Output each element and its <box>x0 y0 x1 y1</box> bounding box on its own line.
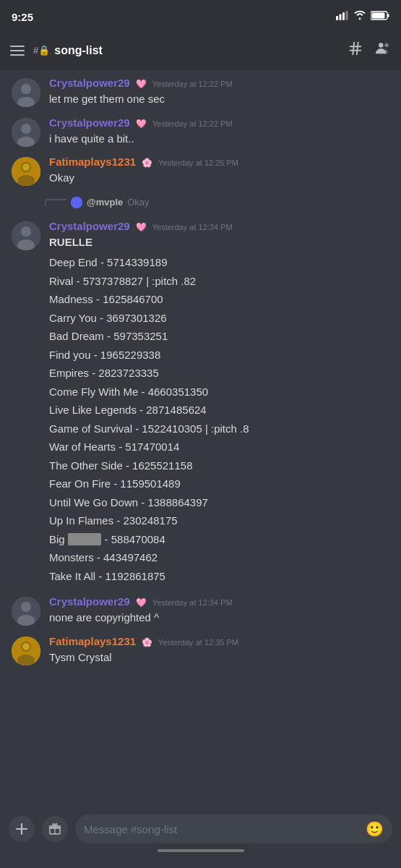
header-right <box>348 41 391 60</box>
reply-avatar <box>71 197 82 208</box>
channel-lock-icon: #🔒 <box>33 45 50 56</box>
username: Fatimaplays1231 <box>49 635 136 647</box>
list-item: The Other Side - 1625521158 <box>49 456 389 475</box>
channel-header: #🔒 song-list <box>0 32 401 69</box>
message-text: Okay <box>49 170 389 187</box>
avatar <box>12 78 40 107</box>
message-text: RUELLE Deep End - 5714339189 Rival - 573… <box>49 234 389 586</box>
username: Crystalpower29 <box>49 77 130 89</box>
status-icons <box>336 10 389 23</box>
svg-point-33 <box>22 643 30 650</box>
header-left: #🔒 song-list <box>10 44 103 57</box>
plus-button[interactable] <box>9 816 35 842</box>
avatar <box>12 221 40 250</box>
svg-line-10 <box>357 43 358 55</box>
list-item: Bad Dream - 597353251 <box>49 327 389 346</box>
list-item: Come Fly With Me - 4660351350 <box>49 383 389 401</box>
list-item: Live Like Legends - 2871485624 <box>49 401 389 420</box>
censored-word: ████ <box>68 533 102 545</box>
message-content: Fatimaplays1231 🌸 Yesterday at 12:35 PM … <box>49 635 389 666</box>
message-header: Fatimaplays1231 🌸 Yesterday at 12:35 PM <box>49 635 389 647</box>
message-inner: Crystalpower29 🩷 Yesterday at 12:34 PM R… <box>12 220 389 586</box>
user-badge: 🩷 <box>136 222 147 232</box>
list-item: Game of Survival - 1522410305 | :pitch .… <box>49 420 389 438</box>
gift-button[interactable] <box>42 816 68 842</box>
song-list-header: RUELLE <box>49 236 92 248</box>
timestamp: Yesterday at 12:35 PM <box>158 638 238 647</box>
message-input-wrap[interactable]: Message #song-list 🙂 <box>75 814 392 843</box>
svg-rect-3 <box>346 11 348 20</box>
message-text: Tysm Crystal <box>49 650 389 666</box>
list-item: Take It All - 1192861875 <box>49 567 389 586</box>
reply-username: @mvple <box>87 197 123 208</box>
username: Fatimaplays1231 <box>49 156 136 168</box>
message-group: Fatimaplays1231 🌸 Yesterday at 12:26 PM … <box>0 150 401 190</box>
list-item: Deep End - 5714339189 <box>49 253 389 272</box>
message-header: Fatimaplays1231 🌸 Yesterday at 12:26 PM <box>49 156 389 168</box>
members-icon[interactable] <box>375 41 391 60</box>
username: Crystalpower29 <box>49 220 130 232</box>
message-content: Fatimaplays1231 🌸 Yesterday at 12:26 PM … <box>49 156 389 187</box>
list-item: Until We Go Down - 1388864397 <box>49 493 389 512</box>
message-group: Crystalpower29 🩷 Yesterday at 12:22 PM i… <box>0 111 401 150</box>
list-item: Carry You - 3697301326 <box>49 309 389 328</box>
status-time: 9:25 <box>12 11 33 23</box>
list-item: Big ████ - 588470084 <box>49 530 389 549</box>
message-header: Crystalpower29 🩷 Yesterday at 12:34 PM <box>49 595 389 608</box>
home-indicator <box>158 849 244 852</box>
message-text: let me get them one sec <box>49 91 389 108</box>
message-content: Crystalpower29 🩷 Yesterday at 12:22 PM i… <box>49 116 389 148</box>
svg-point-11 <box>379 43 383 47</box>
message-input-placeholder[interactable]: Message #song-list <box>84 823 360 835</box>
list-item: Find you - 1965229338 <box>49 346 389 365</box>
username: Crystalpower29 <box>49 595 130 608</box>
user-badge: 🩷 <box>136 119 147 129</box>
svg-point-22 <box>22 163 30 171</box>
svg-point-17 <box>21 124 31 134</box>
message-content: Crystalpower29 🩷 Yesterday at 12:22 PM l… <box>49 77 389 108</box>
message-header: Crystalpower29 🩷 Yesterday at 12:22 PM <box>49 116 389 129</box>
list-item: Madness - 1625846700 <box>49 290 389 309</box>
message-group: @mvple Okay Crystalpower29 🩷 Yesterday a… <box>0 190 401 589</box>
message-text: i have quite a bit.. <box>49 131 389 148</box>
avatar <box>12 597 40 626</box>
avatar <box>12 637 40 665</box>
svg-point-28 <box>21 602 31 612</box>
emoji-button[interactable]: 🙂 <box>366 820 384 838</box>
reply-text: Okay <box>127 197 149 208</box>
channel-name: song-list <box>54 44 103 57</box>
signal-icon <box>336 11 349 22</box>
message-header: Crystalpower29 🩷 Yesterday at 12:34 PM <box>49 220 389 232</box>
input-area-row: Message #song-list 🙂 <box>9 814 392 843</box>
list-item: War of Hearts - 517470014 <box>49 438 389 456</box>
avatar <box>12 118 40 147</box>
username: Crystalpower29 <box>49 116 130 129</box>
avatar <box>12 157 40 186</box>
menu-button[interactable] <box>10 46 25 56</box>
input-bar: Message #song-list 🙂 <box>0 809 401 868</box>
svg-rect-0 <box>336 16 338 20</box>
message-group: Crystalpower29 🩷 Yesterday at 12:34 PM n… <box>0 588 401 629</box>
svg-rect-5 <box>388 14 389 17</box>
search-hash-icon[interactable] <box>348 41 363 60</box>
list-item: Rival - 5737378827 | :pitch .82 <box>49 272 389 291</box>
svg-line-9 <box>353 43 354 55</box>
svg-point-25 <box>21 226 31 237</box>
message-content: Crystalpower29 🩷 Yesterday at 12:34 PM R… <box>49 220 389 586</box>
message-content: Crystalpower29 🩷 Yesterday at 12:34 PM n… <box>49 595 389 626</box>
timestamp: Yesterday at 12:34 PM <box>152 223 233 231</box>
message-group: Fatimaplays1231 🌸 Yesterday at 12:35 PM … <box>0 629 401 669</box>
list-item: Empires - 2823723335 <box>49 364 389 383</box>
timestamp: Yesterday at 12:22 PM <box>152 119 233 128</box>
svg-point-23 <box>71 197 82 208</box>
channel-title: #🔒 song-list <box>33 44 103 57</box>
user-badge: 🌸 <box>142 158 152 168</box>
reply-reference: @mvple Okay <box>32 197 150 208</box>
svg-rect-6 <box>372 13 385 19</box>
timestamp: Yesterday at 12:34 PM <box>152 598 233 607</box>
user-badge: 🩷 <box>136 79 147 89</box>
status-bar: 9:25 <box>0 0 401 32</box>
svg-point-12 <box>384 43 388 47</box>
list-item: Fear On Fire - 1159501489 <box>49 475 389 493</box>
svg-rect-2 <box>342 12 345 20</box>
